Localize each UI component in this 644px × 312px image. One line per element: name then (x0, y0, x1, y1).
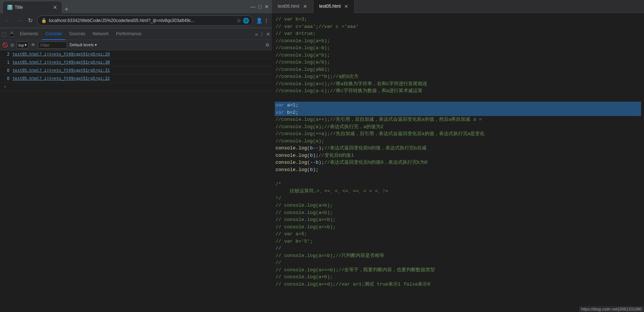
code-editor-panel: test06.html ✕ test05.html ✕ // var b=3; … (272, 0, 644, 312)
console-row-1: 2 test05.html? ijt=ntv_ft49cggt91rg5rgi:… (0, 50, 272, 58)
devtools-icon-bar: ⬚ 📱 (1, 31, 15, 37)
devtools-panel: ⬚ 📱 Elements Console Sources Network Per… (0, 28, 272, 312)
browser-window: T Title ✕ ＋ — □ ✕ ← → ↻ 🔒 localhost:6334… (0, 0, 272, 312)
console-settings-icon[interactable]: ⚙ (265, 42, 270, 48)
console-row-4: 0 test05.html? ijt=ntv_ft49cggt91rg5rgi:… (0, 75, 272, 83)
code-line-18: //console.log(a); (275, 138, 641, 145)
inspect-element-icon[interactable]: ⬚ (1, 31, 6, 37)
tab-icon: T (7, 5, 12, 10)
code-line-27: // console.log(a>b); (275, 202, 641, 209)
code-line-3: // var d=true; (275, 30, 641, 37)
status-url-text: https://blog.csdn.net/j3061331080 (581, 307, 642, 311)
code-line-28: // console.log(a<b); (275, 209, 641, 217)
code-line-11: //console.log(a-c);//将c字符转换为数值，和a进行算术减运算 (275, 87, 641, 95)
code-content[interactable]: // var b=3; // var c='aaa';//var c ='aaa… (272, 13, 644, 312)
code-line-16: //console.log(a);//表达式执行完，a的值为2 (275, 123, 641, 131)
code-line-8: //console.log(a%b); (275, 66, 641, 73)
code-tab-test05[interactable]: test05.html ✕ (313, 0, 355, 13)
tab-title: Title (15, 5, 23, 10)
mobile-icon[interactable]: 📱 (8, 31, 15, 37)
code-line-24: /* (275, 181, 641, 188)
code-tab-label-2: test05.html (319, 4, 341, 9)
code-line-7: //console.log(a/b); (275, 59, 641, 66)
clear-console-icon[interactable]: 🚫 (2, 42, 8, 48)
devtools-close-button[interactable]: ✕ (266, 31, 270, 37)
console-link-1[interactable]: test05.html? ijt=ntv_ft49cggt91rg5rgi:29 (12, 52, 110, 57)
console-output: 2 test05.html? ijt=ntv_ft49cggt91rg5rgi:… (0, 50, 272, 312)
code-line-14: var b=2; (275, 109, 641, 116)
tab-elements[interactable]: Elements (16, 28, 42, 40)
window-controls: — □ ✕ (251, 4, 269, 10)
console-row-3: 0 test05.html? ijt=ntv_ft49cggt91rg5rgi:… (0, 66, 272, 75)
code-line-17: //console.log(++a);//先自加减，后引用，表达式会返回变化后a… (275, 130, 641, 138)
code-line-22: console.log(b); (275, 166, 641, 174)
console-count-2: 1 (2, 60, 10, 65)
code-line-29: // console.log(a>=b); (275, 216, 641, 224)
browser-menu-icons: 👤 ⋮ (256, 18, 269, 23)
browser-tab-1[interactable]: T Title ✕ (3, 1, 62, 13)
eye-icon[interactable]: 👁 (31, 42, 36, 48)
address-bar[interactable]: 🔒 localhost:63342/WebCode/JS%20code/test… (37, 15, 253, 26)
code-editor-tabs: test06.html ✕ test05.html ✕ (272, 0, 644, 13)
tab-console[interactable]: Console (42, 28, 65, 40)
code-line-34: // console.log(a==b);//只判断内容是否相等 (275, 252, 641, 260)
browser-extension-icon: 🌐 (243, 18, 249, 23)
url-text: localhost:63342/WebCode/JS%20code/test05… (49, 18, 234, 23)
console-link-2[interactable]: test05.html? ijt=ntv_ft49cggt91rg5rgi:30 (12, 60, 110, 65)
filter-icon[interactable]: ⊘ (10, 42, 14, 48)
tab-close-button[interactable]: ✕ (53, 4, 57, 10)
minimize-button[interactable]: — (251, 4, 256, 10)
code-line-5: //console.log(a-b); (275, 44, 641, 52)
devtools-tabs: ⬚ 📱 Elements Console Sources Network Per… (0, 28, 272, 40)
code-line-20: console.log(b);//变化后b的值1 (275, 152, 641, 159)
code-line-10: //console.log(a+c);//将a转换为字符串，在和c字符进行首尾相… (275, 80, 641, 88)
console-link-3[interactable]: test05.html? ijt=ntv_ft49cggt91rg5rgi:31 (12, 68, 110, 73)
code-line-30: // console.log(a<=b); (275, 224, 641, 231)
back-button[interactable]: ← (3, 16, 12, 25)
console-expand-icon[interactable]: › (2, 83, 8, 90)
console-count-3: 0 (2, 68, 10, 73)
tab-bar: T Title ✕ ＋ (3, 0, 70, 13)
address-bar-icons: ☆ 🌐 (237, 18, 249, 23)
code-line-36: // console.log(a===b);//全等于，既要判断内容，也要判断数… (275, 266, 641, 274)
tab-performance[interactable]: Performance (112, 28, 145, 40)
code-line-4: //console.log(a+b); (275, 37, 641, 45)
console-count-4: 0 (2, 76, 10, 81)
code-tab-label-1: test06.html (278, 4, 299, 9)
default-levels-selector[interactable]: Default levels ▾ (69, 43, 97, 47)
security-icon: 🔒 (41, 18, 47, 23)
tab-sources[interactable]: Sources (65, 28, 89, 40)
code-tab-test06[interactable]: test06.html ✕ (272, 0, 313, 13)
forward-button[interactable]: → (15, 16, 24, 25)
code-line-9: //console.log(a**b);//a的b次方 (275, 73, 641, 80)
console-link-4[interactable]: test05.html? ijt=ntv_ft49cggt91rg5rgi:32 (12, 76, 110, 81)
code-tab-close-1[interactable]: ✕ (303, 4, 307, 9)
code-line-6: //console.log(a*b); (275, 52, 641, 59)
context-selector[interactable]: top ▾ (17, 41, 29, 49)
code-line-26: */ (275, 195, 641, 202)
code-line-35: // (275, 259, 641, 266)
code-line-13: var a=1; (275, 102, 641, 109)
filter-input[interactable] (38, 41, 67, 49)
maximize-button[interactable]: □ (259, 4, 262, 10)
context-label: top (18, 43, 24, 47)
tab-network[interactable]: Network (89, 28, 112, 40)
devtools-more-button[interactable]: » (255, 31, 258, 37)
code-tab-close-2[interactable]: ✕ (344, 4, 348, 9)
code-line-23 (275, 173, 641, 181)
new-tab-button[interactable]: ＋ (63, 4, 70, 13)
menu-icon[interactable]: ⋮ (264, 18, 269, 23)
reload-button[interactable]: ↻ (26, 15, 34, 25)
code-line-21: console.log(--b);//表达式返回变化后b的值0，表达式执行完b为… (275, 159, 641, 166)
bookmark-icon[interactable]: ☆ (237, 18, 241, 23)
nav-bar: ← → ↻ 🔒 localhost:63342/WebCode/JS%20cod… (0, 13, 272, 28)
devtools-settings-icon[interactable]: ⋮ (259, 31, 265, 37)
context-dropdown-icon: ▾ (25, 43, 27, 47)
code-line-31: // var a=5; (275, 231, 641, 238)
title-bar: T Title ✕ ＋ — □ ✕ (0, 0, 272, 13)
code-line-25: 比较运算符,>、>=、<、<=、==、= = =、!= (275, 188, 641, 195)
close-button[interactable]: ✕ (265, 4, 269, 10)
profile-icon[interactable]: 👤 (256, 18, 262, 23)
code-line-15: //console.log(a++);//先引用，后自加减，表达式会返回变化前a… (275, 116, 641, 123)
console-arrow-row: › (0, 83, 272, 91)
